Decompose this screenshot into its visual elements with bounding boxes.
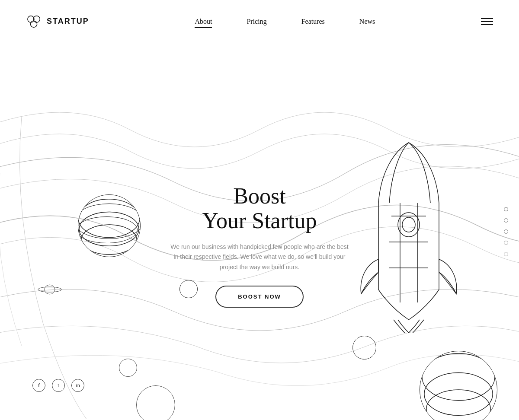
svg-point-3	[78, 199, 140, 238]
decorative-circle-bottom-large	[136, 385, 175, 420]
slide-dot-4[interactable]	[504, 241, 508, 245]
svg-point-4	[79, 212, 139, 246]
boost-now-button[interactable]: BOOST NOW	[215, 286, 304, 308]
svg-point-2	[30, 21, 37, 27]
svg-point-9	[402, 217, 415, 232]
svg-point-6	[45, 285, 55, 294]
nav-news[interactable]: News	[359, 18, 375, 25]
hero-content: Boost Your Startup We run our business w…	[169, 184, 350, 308]
facebook-icon[interactable]: f	[32, 379, 45, 392]
nav-features[interactable]: Features	[301, 18, 325, 25]
social-icons: f t in	[32, 379, 84, 392]
slide-dot-5[interactable]	[504, 252, 508, 256]
decorative-circle-bottom-mid	[119, 359, 137, 377]
logo-text: STARTUP	[47, 17, 89, 26]
hero-title-line1: Boost	[233, 184, 285, 208]
svg-point-15	[422, 353, 495, 401]
hero-title: Boost Your Startup	[169, 184, 350, 233]
header: STARTUP About Pricing Features News	[0, 0, 519, 43]
slide-dot-3[interactable]	[504, 229, 508, 234]
saturn-planet	[30, 283, 69, 296]
svg-point-7	[38, 287, 61, 292]
logo-icon	[26, 13, 42, 30]
hero-section: Boost Your Startup We run our business w…	[0, 43, 519, 420]
svg-point-5	[81, 225, 137, 255]
svg-point-16	[424, 372, 493, 415]
linkedin-icon[interactable]: in	[71, 379, 84, 392]
main-nav: About Pricing Features News	[195, 18, 375, 25]
slide-dot-2[interactable]	[504, 218, 508, 223]
hero-title-line2: Your Startup	[202, 208, 317, 233]
planet-big	[420, 351, 497, 420]
slide-indicators	[504, 207, 508, 256]
hamburger-menu[interactable]	[481, 18, 493, 25]
planet-main	[78, 194, 141, 257]
decorative-circle-bottom-right	[352, 336, 376, 360]
hero-subtitle: We run our business with handpicked few …	[169, 242, 350, 273]
nav-about[interactable]: About	[195, 18, 212, 25]
twitter-icon[interactable]: t	[52, 379, 65, 392]
logo[interactable]: STARTUP	[26, 13, 89, 30]
slide-dot-1[interactable]	[504, 207, 508, 211]
rocket-illustration	[333, 138, 484, 333]
nav-pricing[interactable]: Pricing	[247, 18, 266, 25]
